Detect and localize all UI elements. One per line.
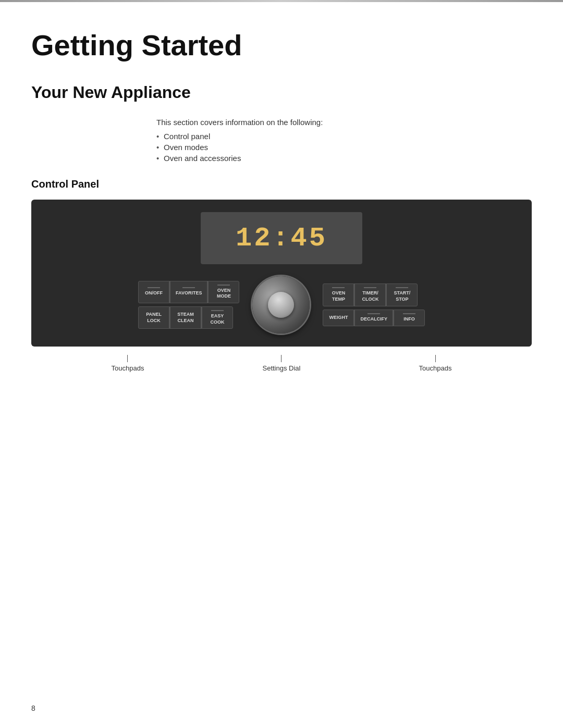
info-indicator bbox=[403, 313, 415, 314]
weight-button[interactable]: WEIGHT bbox=[323, 310, 354, 326]
labels-row: Touchpads Settings Dial Touchpads bbox=[31, 355, 532, 372]
page-content: Getting Started Your New Appliance This … bbox=[0, 2, 563, 403]
left-buttons: ON/OFF FAVORITES OVENMODE PANELL bbox=[138, 281, 239, 329]
decalcify-indicator bbox=[368, 313, 380, 314]
page-number: 8 bbox=[31, 704, 35, 712]
settings-dial-wrapper bbox=[250, 274, 312, 336]
oven-mode-button[interactable]: OVENMODE bbox=[208, 281, 239, 303]
section-heading: Control Panel bbox=[31, 178, 532, 190]
start-stop-button[interactable]: START/STOP bbox=[386, 283, 418, 306]
steam-clean-button[interactable]: STEAMCLEAN bbox=[170, 306, 201, 329]
right-btn-row-1: OVENTEMP TIMER/CLOCK START/STOP bbox=[323, 283, 425, 306]
decalcify-button[interactable]: DECALCIFY bbox=[354, 310, 393, 326]
label-touchpads-right: Touchpads bbox=[419, 355, 452, 372]
easy-cook-indicator bbox=[211, 310, 224, 311]
on-off-indicator bbox=[148, 287, 160, 288]
timer-clock-button[interactable]: TIMER/CLOCK bbox=[354, 283, 386, 306]
bullet-item-2: Oven modes bbox=[156, 143, 532, 152]
left-btn-row-1: ON/OFF FAVORITES OVENMODE bbox=[138, 281, 239, 303]
right-btn-row-2: WEIGHT DECALCIFY INFO bbox=[323, 310, 425, 326]
oven-temp-button[interactable]: OVENTEMP bbox=[323, 283, 354, 306]
panel-lock-button[interactable]: PANELLOCK bbox=[138, 306, 169, 329]
main-title: Getting Started bbox=[31, 28, 532, 62]
start-stop-indicator bbox=[396, 287, 408, 288]
dial-knob bbox=[268, 292, 294, 318]
bullet-item-1: Control panel bbox=[156, 132, 532, 141]
bullet-item-3: Oven and accessories bbox=[156, 154, 532, 163]
on-off-button[interactable]: ON/OFF bbox=[138, 281, 169, 303]
settings-dial[interactable] bbox=[252, 276, 310, 334]
favorites-indicator bbox=[182, 287, 195, 288]
display-area: 12:45 bbox=[201, 212, 362, 264]
timer-clock-indicator bbox=[364, 287, 376, 288]
control-panel: 12:45 ON/OFF FAVORITES bbox=[31, 200, 532, 347]
favorites-button[interactable]: FAVORITES bbox=[170, 281, 207, 303]
bullet-list: Control panel Oven modes Oven and access… bbox=[156, 132, 532, 163]
oven-mode-indicator bbox=[217, 285, 230, 286]
label-settings-dial: Settings Dial bbox=[263, 355, 301, 372]
left-btn-row-2: PANELLOCK STEAMCLEAN EASYCOOK bbox=[138, 306, 239, 329]
label-touchpads-left: Touchpads bbox=[112, 355, 144, 372]
intro-description: This section covers information on the f… bbox=[156, 118, 532, 127]
right-buttons: OVENTEMP TIMER/CLOCK START/STOP bbox=[323, 283, 425, 326]
info-button[interactable]: INFO bbox=[394, 310, 425, 326]
sub-title: Your New Appliance bbox=[31, 83, 532, 102]
display-time: 12:45 bbox=[236, 223, 327, 254]
oven-temp-indicator bbox=[332, 287, 345, 288]
easy-cook-button[interactable]: EASYCOOK bbox=[202, 306, 233, 329]
buttons-area: ON/OFF FAVORITES OVENMODE PANELL bbox=[42, 274, 521, 336]
intro-block: This section covers information on the f… bbox=[31, 118, 532, 163]
